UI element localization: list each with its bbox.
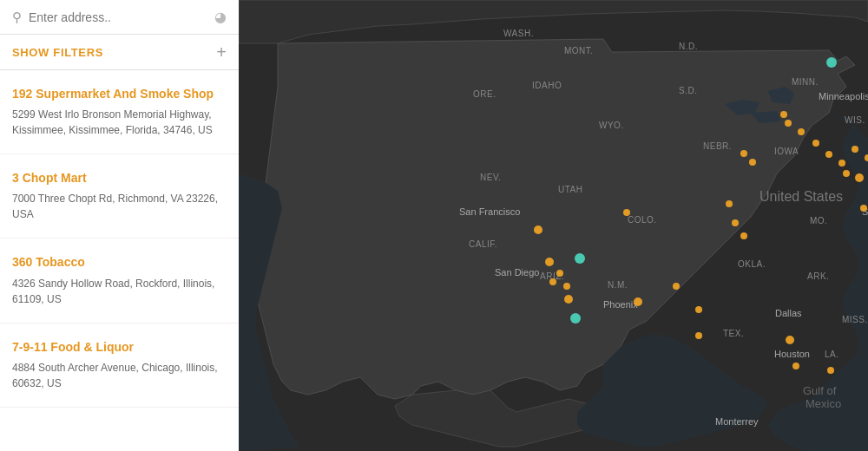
sidebar: ⚲ ◕ SHOW FILTERS + 192 Supermarket And S… xyxy=(0,0,239,451)
result-item[interactable]: 7-9-11 Food & Liquor4884 South Archer Av… xyxy=(0,324,239,408)
map-dot-orange xyxy=(695,332,702,339)
result-address: 4884 South Archer Avenue, Chicago, Illin… xyxy=(12,360,227,391)
search-icon: ⚲ xyxy=(12,10,22,25)
result-name: 360 Tobacco xyxy=(12,254,227,270)
filters-plus-icon: + xyxy=(216,43,227,61)
label-sanfrancisco: San Francisco xyxy=(459,206,520,217)
result-address: 4326 Sandy Hollow Road, Rockford, Illino… xyxy=(12,276,227,307)
search-bar: ⚲ ◕ xyxy=(0,0,239,35)
map-dot-teal xyxy=(826,57,837,68)
map-dot-orange xyxy=(792,363,799,369)
result-item[interactable]: 192 Supermarket And Smoke Shop5299 West … xyxy=(0,70,239,154)
map-dot-orange xyxy=(812,140,819,147)
result-name: 7-9-11 Food & Liquor xyxy=(12,339,227,355)
map-svg: WASH. ORE. IDAHO NEV. CALIF. ARIZ. N.M. … xyxy=(239,0,868,451)
map-dot-orange xyxy=(855,173,864,182)
location-icon[interactable]: ◕ xyxy=(214,9,227,25)
map-dot-orange xyxy=(852,146,858,153)
label-sandiego: San Diego xyxy=(495,267,539,278)
result-address: 7000 Three Chopt Rd, Richmond, VA 23226,… xyxy=(12,191,227,222)
label-minneapolis: Minneapolis xyxy=(819,91,868,101)
label-us: United States xyxy=(760,189,843,204)
result-item[interactable]: 3 Chopt Mart7000 Three Chopt Rd, Richmon… xyxy=(0,154,239,239)
map-dot-orange xyxy=(740,150,747,157)
result-name: 192 Supermarket And Smoke Shop xyxy=(12,86,227,101)
map-dot-orange xyxy=(860,205,867,212)
map-container[interactable]: WASH. ORE. IDAHO NEV. CALIF. ARIZ. N.M. … xyxy=(239,0,868,451)
map-dot-orange xyxy=(786,336,794,344)
map-dot-orange xyxy=(695,306,702,313)
map-dot-orange xyxy=(798,128,805,135)
map-dot-teal xyxy=(575,253,585,264)
filters-label: SHOW FILTERS xyxy=(12,46,103,59)
map-dot-orange xyxy=(634,297,642,306)
result-item[interactable]: 360 Tobacco4326 Sandy Hollow Road, Rockf… xyxy=(0,239,239,323)
label-gulf: Gulf of xyxy=(803,384,837,397)
label-phoenix: Phoenix xyxy=(603,299,638,310)
map-dot-orange xyxy=(732,219,739,226)
filters-bar[interactable]: SHOW FILTERS + xyxy=(0,35,239,70)
map-dot-orange xyxy=(534,226,542,234)
map-dot-orange xyxy=(673,283,680,290)
map-dot-orange xyxy=(749,159,756,166)
search-input[interactable] xyxy=(29,10,207,24)
map-dot-orange xyxy=(545,258,554,266)
map-dot-orange xyxy=(785,120,792,127)
map-dot-orange xyxy=(838,160,845,167)
map-dot-orange xyxy=(740,232,747,239)
map-dot-orange xyxy=(563,283,570,290)
map-dot-orange xyxy=(549,278,556,285)
map-dot-orange xyxy=(843,170,850,177)
result-name: 3 Chopt Mart xyxy=(12,170,227,186)
map-dot-orange xyxy=(556,270,563,277)
result-address: 5299 West Irlo Bronson Memorial Highway,… xyxy=(12,107,227,138)
map-dot-teal xyxy=(570,313,581,324)
label-mexico-water: Mexico xyxy=(806,397,841,410)
map-dot-orange xyxy=(623,209,630,216)
results-list: 192 Supermarket And Smoke Shop5299 West … xyxy=(0,70,239,451)
map-dot-orange xyxy=(780,111,787,118)
label-houston: Ho­u­s­ton xyxy=(774,349,810,359)
label-monterrey: Monterrey xyxy=(715,416,759,427)
label-dallas: Dallas xyxy=(775,308,802,318)
map-dot-orange xyxy=(825,151,832,158)
map-dot-orange xyxy=(726,200,733,207)
map-dot-orange xyxy=(564,295,573,304)
map-dot-orange xyxy=(827,367,834,374)
